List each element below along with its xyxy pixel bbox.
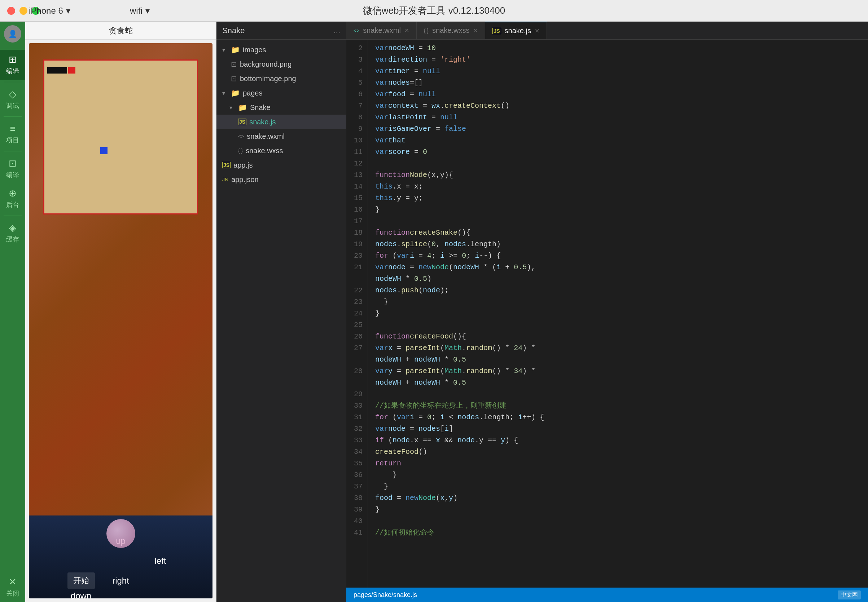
code-line-39: } — [375, 504, 861, 516]
code-line-7: var context = wx.createContext() — [375, 100, 861, 112]
food-blue — [100, 147, 108, 154]
file-tree-body: ▾ 📁 images ⊡ background.png ⊡ bottomImag… — [217, 40, 346, 602]
code-line-5: var nodes=[] — [375, 77, 861, 89]
folder-icon-pages: 📁 — [231, 89, 240, 97]
folder-label-pages: pages — [243, 89, 263, 97]
code-line-35: return — [375, 458, 861, 469]
start-button[interactable]: 开始 — [68, 573, 95, 589]
wxss-tab-icon: { } — [424, 28, 429, 34]
sidebar-item-compile[interactable]: ⊡ 编译 — [0, 154, 25, 183]
code-line-14: this.x = x; — [375, 181, 861, 192]
code-content[interactable]: var nodeWH = 10 var direction = 'right' … — [368, 40, 868, 588]
status-path: pages/Snake/snake.js — [354, 591, 417, 599]
down-button[interactable]: down — [71, 591, 91, 599]
file-tree-more[interactable]: ... — [334, 26, 340, 35]
code-line-32: var node = nodes[i] — [375, 423, 861, 435]
code-line-38: food = new Node(x,y) — [375, 492, 861, 504]
left-button[interactable]: left — [154, 556, 166, 566]
code-line-23: } — [375, 296, 861, 308]
tab-js[interactable]: JS snake.js ✕ — [485, 22, 547, 39]
code-line-29 — [375, 389, 861, 400]
tab-wxml[interactable]: <> snake.wxml ✕ — [346, 22, 417, 39]
file-label-snakewxml: snake.wxml — [247, 132, 284, 141]
sidebar-label-close: 关闭 — [6, 589, 19, 598]
code-line-33: if (node.x == x && node.y == y) { — [375, 435, 861, 446]
wifi-dropdown-icon: ▾ — [145, 6, 150, 16]
backend-icon: ⊕ — [9, 188, 17, 199]
code-line-6: var food = null — [375, 89, 861, 100]
file-tree-panel: Snake ... ▾ 📁 images ⊡ background.png ⊡ … — [217, 22, 346, 602]
wifi-selector[interactable]: wifi ▾ — [130, 6, 150, 16]
tree-file-appjson[interactable]: JN app.json — [217, 172, 346, 187]
cn-label: 中文网 — [838, 590, 861, 599]
moon-decoration — [106, 519, 135, 548]
minimize-button[interactable] — [20, 7, 28, 15]
sidebar-item-project[interactable]: ≡ 项目 — [0, 119, 25, 149]
tree-file-snakewxss[interactable]: { } snake.wxss — [217, 143, 346, 158]
sidebar-bottom: ✕ 关闭 — [0, 572, 25, 602]
code-line-22: nodes.push(node); — [375, 285, 861, 296]
code-line-36: } — [375, 469, 861, 481]
code-line-27b: nodeWH + nodeWH * 0.5 — [375, 354, 861, 366]
code-line-30: //如果食物的坐标在蛇身上，则重新创建 — [375, 400, 861, 412]
avatar[interactable]: 👤 — [4, 25, 21, 43]
tree-file-background[interactable]: ⊡ background.png — [217, 57, 346, 71]
code-line-21b: nodeWH * 0.5) — [375, 273, 861, 285]
sidebar-item-save[interactable]: ◈ 缓存 — [0, 218, 25, 248]
tree-folder-images[interactable]: ▾ 📁 images — [217, 43, 346, 57]
file-label-background: background.png — [240, 60, 291, 69]
code-line-3: var direction = 'right' — [375, 54, 861, 66]
code-line-4: var timer = null — [375, 66, 861, 77]
debug-icon: ◇ — [9, 89, 16, 100]
right-button[interactable]: right — [112, 576, 129, 586]
js-file-icon: JS — [238, 118, 246, 125]
code-line-34: createFood() — [375, 446, 861, 458]
tree-file-bottomimage[interactable]: ⊡ bottomImage.png — [217, 71, 346, 86]
tab-wxss[interactable]: { } snake.wxss ✕ — [417, 22, 486, 39]
sidebar-label-compile: 编译 — [6, 170, 19, 179]
sidebar-divider-1 — [4, 82, 22, 82]
folder-label-images: images — [243, 46, 266, 54]
sidebar-label-backend: 后台 — [6, 200, 19, 209]
tab-wxss-close[interactable]: ✕ — [473, 27, 478, 34]
tab-js-label: snake.js — [505, 27, 531, 35]
phone-screen: up left 开始 right down — [29, 43, 212, 598]
tab-wxss-label: snake.wxss — [432, 26, 469, 35]
tree-file-snakewxml[interactable]: <> snake.wxml — [217, 129, 346, 143]
code-line-12 — [375, 158, 861, 169]
sidebar-divider-2 — [4, 117, 22, 117]
folder-icon-snake: 📁 — [238, 103, 247, 112]
save-icon: ◈ — [9, 223, 16, 233]
file-tree-header: Snake ... — [217, 22, 346, 40]
code-line-11: var score = 0 — [375, 146, 861, 158]
code-line-25 — [375, 319, 861, 331]
sidebar-item-edit[interactable]: ⊞ 编辑 — [0, 50, 25, 80]
tree-file-snakejs[interactable]: JS snake.js — [217, 115, 346, 129]
sidebar: 👤 ⊞ 编辑 ◇ 调试 ≡ 项目 ⊡ 编译 ⊕ 后台 ◈ 缓存 — [0, 22, 25, 602]
arrow-pages: ▾ — [222, 90, 228, 97]
sidebar-label-project: 项目 — [6, 136, 19, 144]
controls-area: up left 开始 right down — [29, 516, 212, 598]
device-selector[interactable]: iPhone 6 ▾ — [29, 6, 70, 16]
file-label-bottomimage: bottomImage.png — [240, 75, 296, 83]
xml-tab-icon: <> — [354, 28, 359, 34]
edit-icon: ⊞ — [9, 54, 17, 65]
line-numbers: 23456 7891011 1213141516 1718192021 2223… — [346, 40, 368, 588]
tree-folder-snake[interactable]: ▾ 📁 Snake — [217, 100, 346, 115]
tree-folder-pages[interactable]: ▾ 📁 pages — [217, 86, 346, 100]
file-label-snakejs: snake.js — [249, 118, 275, 126]
sidebar-item-backend[interactable]: ⊕ 后台 — [0, 183, 25, 213]
file-label-appjs: app.js — [233, 161, 252, 169]
tab-js-close[interactable]: ✕ — [535, 28, 539, 34]
code-line-31: for (var i = 0; i < nodes.length; i++) { — [375, 412, 861, 423]
code-line-8: var lastPoint = null — [375, 112, 861, 123]
close-button[interactable] — [7, 7, 15, 15]
code-line-24: } — [375, 308, 861, 319]
sidebar-item-close[interactable]: ✕ 关闭 — [0, 572, 25, 602]
folder-icon-images: 📁 — [231, 45, 240, 54]
tab-wxml-label: snake.wxml — [363, 26, 400, 35]
file-label-snakewxss: snake.wxss — [246, 147, 283, 155]
sidebar-item-debug[interactable]: ◇ 调试 — [0, 84, 25, 114]
tab-wxml-close[interactable]: ✕ — [405, 27, 409, 34]
tree-file-appjs[interactable]: JS app.js — [217, 158, 346, 172]
